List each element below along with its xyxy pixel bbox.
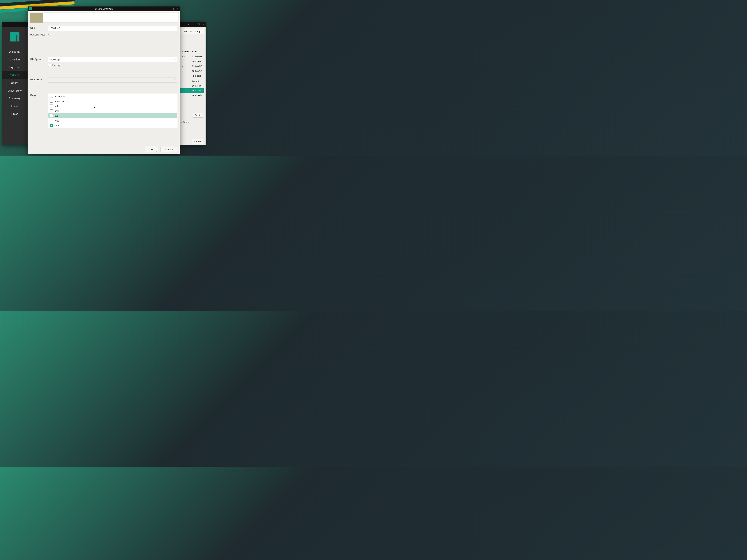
ok-button[interactable]: OK◢ [145,146,158,152]
resize-grip-icon: ◢ [156,150,157,152]
mount-point-combo[interactable]: ▼ [48,77,177,82]
create-partition-dialog: Create a Partition ▲ ● Size: 16384 MiB −… [28,6,180,154]
cancel-button[interactable]: Cancel [160,146,177,152]
encrypt-checkbox[interactable] [48,64,51,67]
sidebar-item-office-suite[interactable]: Office Suite [2,87,28,95]
partition-swatch [30,13,43,23]
sidebar-item-users[interactable]: Users [2,79,28,87]
bg-cancel-button[interactable]: Cancel [192,139,203,144]
chevron-down-icon: ▼ [174,59,176,61]
minimize-icon[interactable]: — [193,23,195,25]
flag-label: msft-data [54,95,65,98]
table-row[interactable]: 5.0 GiB [180,79,204,83]
flag-msft-data[interactable]: msft-data [48,94,177,99]
table-row[interactable]: 165.4 GiB [180,93,204,98]
flag-checkbox[interactable] [50,109,53,112]
sidebar-item-keyboard[interactable]: Keyboard [2,63,28,71]
table-row[interactable]: 10.0 GiB [180,83,204,88]
flag-checkbox[interactable] [50,119,53,122]
filesystem-value: linuxswap [50,58,59,61]
installer-sidebar: WelcomeLocationKeyboardPartitionsUsersOf… [2,27,28,145]
table-row[interactable]: 16.0 GiB [180,88,204,93]
rollup-icon[interactable]: ▲ [173,7,175,10]
sidebar-item-finish[interactable]: Finish [2,110,28,118]
flag-checkbox[interactable] [50,114,53,117]
partition-type-value: GPT [48,32,177,36]
revert-all-button[interactable]: Revert All Changes [181,29,204,34]
spin-down-icon[interactable]: − [168,27,172,30]
sidebar-item-partitions[interactable]: Partitions [2,71,28,79]
partition-table: nt Point Size t/efi512.0 MiB10.0 GiBne12… [180,49,204,98]
sidebar-item-location[interactable]: Location [2,56,28,63]
spin-up-icon[interactable]: + [172,27,177,30]
size-value[interactable]: 16384 MiB [48,27,168,29]
manjaro-logo-icon [29,7,32,10]
svg-rect-4 [29,7,30,10]
flag-checkbox[interactable] [50,124,53,127]
flags-list: msft-datamsft-reservedpaloprepraidrootsw… [48,94,177,128]
filesystem-combo[interactable]: linuxswap ▼ [48,57,177,62]
flag-raid[interactable]: raid [48,113,177,118]
flag-swap[interactable]: swap [48,123,177,128]
dialog-title: Create a Partition [95,8,113,10]
flag-checkbox[interactable] [50,105,53,107]
sidebar-item-summary[interactable]: Summary [2,95,28,102]
table-header: nt Point [180,49,191,54]
flag-label: msft-reserved [54,100,69,103]
sidebar-item-install[interactable]: Install [2,102,28,110]
flag-label: swap [54,124,60,127]
svg-rect-3 [13,32,20,35]
size-spinbox[interactable]: 16384 MiB − + [48,26,177,31]
table-row[interactable]: 50.0 GiB [180,74,204,78]
svg-rect-7 [30,7,32,8]
flag-label: prep [54,110,59,112]
flag-checkbox[interactable] [50,100,53,103]
flag-label: root [54,119,59,122]
delete-button[interactable]: Delete [192,113,203,118]
table-row[interactable]: t/efi512.0 MiB [180,54,204,59]
sidebar-item-welcome[interactable]: Welcome [2,48,28,56]
partition-type-label: Partition Type: [30,32,48,36]
table-row[interactable]: 10.0 GiB [180,59,204,64]
close-icon[interactable]: ● [177,7,178,10]
flag-checkbox[interactable] [50,95,53,98]
svg-rect-0 [10,32,12,42]
table-header: Size [191,49,204,54]
table-row[interactable]: 100.0 GiB [180,69,204,73]
mount-point-label: Mount Point: [30,77,48,81]
manjaro-logo-icon [10,32,20,42]
svg-rect-1 [13,35,16,42]
size-label: Size: [30,26,48,29]
encrypt-label: Encrypt [52,64,61,67]
flags-label: Flags: [30,93,48,97]
chevron-down-icon: ▼ [174,79,176,81]
flag-prep[interactable]: prep [48,108,177,113]
maximize-icon[interactable]: ▢ [198,23,200,25]
table-row[interactable]: ne120.0 GiB [180,64,204,69]
filesystem-label: File System: [30,57,48,61]
flag-label: palo [54,105,59,107]
svg-rect-5 [30,8,31,10]
close-icon[interactable]: ● [203,23,204,25]
flag-root[interactable]: root [48,118,177,123]
flag-msft-reserved[interactable]: msft-reserved [48,99,177,104]
partition-preview [30,13,178,23]
rollup-icon[interactable]: ▲ [188,23,190,25]
flag-label: raid [54,114,58,117]
flag-palo[interactable]: palo [48,104,177,108]
dialog-titlebar[interactable]: Create a Partition ▲ ● [28,6,180,11]
